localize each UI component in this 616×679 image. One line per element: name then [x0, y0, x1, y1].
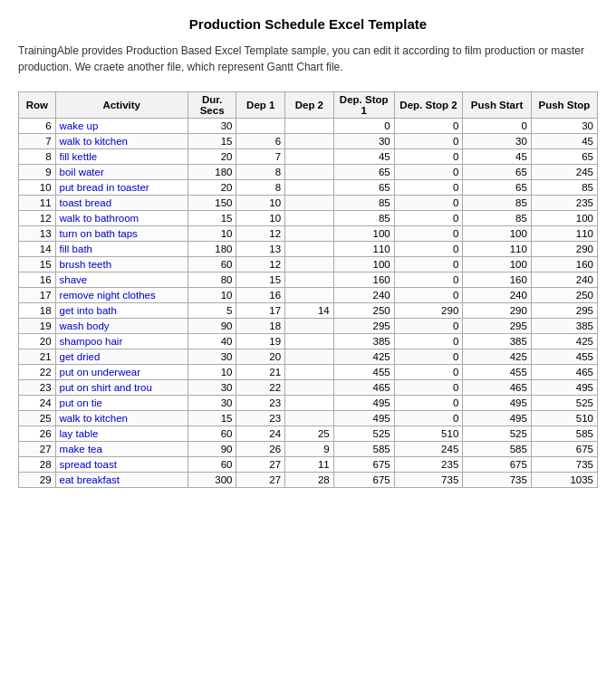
cell-activity: make tea	[55, 442, 188, 457]
cell-value: 0	[394, 149, 463, 165]
cell-activity: put bread in toaster	[55, 180, 188, 196]
cell-value: 60	[188, 257, 236, 273]
header-row: Row	[19, 92, 56, 119]
cell-value: 465	[463, 380, 532, 396]
cell-row-number: 25	[19, 411, 56, 426]
table-row: 22put on underwear10214550455465	[19, 365, 598, 380]
cell-value: 65	[333, 165, 394, 180]
table-row: 12walk to bathroom151085085100	[19, 211, 598, 226]
cell-value: 27	[236, 457, 285, 473]
cell-value: 180	[188, 242, 236, 257]
cell-value: 19	[236, 334, 285, 349]
cell-value: 0	[394, 242, 463, 257]
cell-value: 0	[394, 211, 463, 226]
table-row: 13turn on bath taps10121000100110	[19, 226, 598, 242]
cell-value: 0	[463, 119, 532, 134]
cell-value: 11	[285, 457, 334, 473]
cell-activity: walk to kitchen	[55, 411, 188, 426]
cell-value: 110	[463, 242, 532, 257]
cell-value: 735	[394, 473, 463, 488]
cell-value: 18	[236, 319, 285, 334]
table-row: 24put on tie30234950495525	[19, 396, 598, 411]
cell-value: 15	[188, 134, 236, 149]
cell-row-number: 21	[19, 349, 56, 365]
table-row: 11toast bread1501085085235	[19, 196, 598, 211]
cell-row-number: 9	[19, 165, 56, 180]
cell-activity: lay table	[55, 426, 188, 442]
cell-value: 0	[394, 180, 463, 196]
cell-value: 0	[394, 273, 463, 288]
cell-row-number: 13	[19, 226, 56, 242]
cell-value: 30	[531, 119, 597, 134]
cell-value: 17	[236, 303, 285, 319]
cell-activity: put on underwear	[55, 365, 188, 380]
header-dep2: Dep 2	[285, 92, 334, 119]
description-text: TrainingAble provides Production Based E…	[18, 43, 598, 75]
cell-value: 495	[463, 396, 532, 411]
cell-value: 30	[463, 134, 532, 149]
cell-value: 27	[236, 473, 285, 488]
cell-value: 28	[285, 473, 334, 488]
cell-value: 110	[333, 242, 394, 257]
cell-value: 20	[188, 180, 236, 196]
cell-value: 465	[531, 365, 597, 380]
table-row: 27make tea90269585245585675	[19, 442, 598, 457]
cell-value: 525	[333, 426, 394, 442]
cell-value	[285, 119, 334, 134]
header-dep1: Dep 1	[236, 92, 285, 119]
cell-value: 250	[333, 303, 394, 319]
cell-value: 295	[531, 303, 597, 319]
cell-activity: shampoo hair	[55, 334, 188, 349]
table-row: 9boil water180865065245	[19, 165, 598, 180]
cell-value	[285, 134, 334, 149]
cell-value: 30	[188, 396, 236, 411]
cell-value: 25	[285, 426, 334, 442]
cell-row-number: 17	[19, 288, 56, 303]
cell-activity: fill bath	[55, 242, 188, 257]
schedule-table: Row Activity Dur. Secs Dep 1 Dep 2 Dep. …	[18, 91, 598, 488]
cell-value: 290	[463, 303, 532, 319]
table-row: 6wake up3000030	[19, 119, 598, 134]
cell-value: 385	[333, 334, 394, 349]
cell-activity: walk to kitchen	[55, 134, 188, 149]
cell-value: 15	[188, 411, 236, 426]
cell-value: 10	[188, 288, 236, 303]
cell-value: 100	[531, 211, 597, 226]
table-row: 16shave80151600160240	[19, 273, 598, 288]
cell-value: 10	[236, 196, 285, 211]
cell-row-number: 11	[19, 196, 56, 211]
cell-value: 65	[333, 180, 394, 196]
cell-value: 0	[394, 165, 463, 180]
cell-value: 100	[463, 257, 532, 273]
cell-value: 675	[333, 473, 394, 488]
cell-value: 7	[236, 149, 285, 165]
cell-value: 24	[236, 426, 285, 442]
cell-value	[285, 273, 334, 288]
cell-value: 60	[188, 426, 236, 442]
cell-value	[285, 211, 334, 226]
cell-row-number: 16	[19, 273, 56, 288]
cell-activity: toast bread	[55, 196, 188, 211]
cell-value: 525	[463, 426, 532, 442]
cell-value: 85	[463, 211, 532, 226]
cell-activity: put on shirt and trou	[55, 380, 188, 396]
cell-value: 65	[531, 149, 597, 165]
header-pushstop: Push Stop	[531, 92, 597, 119]
cell-value: 15	[236, 273, 285, 288]
cell-row-number: 26	[19, 426, 56, 442]
cell-value: 110	[531, 226, 597, 242]
cell-value: 510	[394, 426, 463, 442]
cell-value: 30	[333, 134, 394, 149]
cell-value	[285, 319, 334, 334]
cell-value: 23	[236, 411, 285, 426]
cell-value: 525	[531, 396, 597, 411]
cell-value: 0	[394, 226, 463, 242]
cell-activity: eat breakfast	[55, 473, 188, 488]
cell-value: 0	[394, 411, 463, 426]
cell-value: 455	[333, 365, 394, 380]
cell-row-number: 12	[19, 211, 56, 226]
cell-value: 85	[463, 196, 532, 211]
cell-row-number: 23	[19, 380, 56, 396]
cell-value: 495	[333, 396, 394, 411]
table-row: 19wash body90182950295385	[19, 319, 598, 334]
